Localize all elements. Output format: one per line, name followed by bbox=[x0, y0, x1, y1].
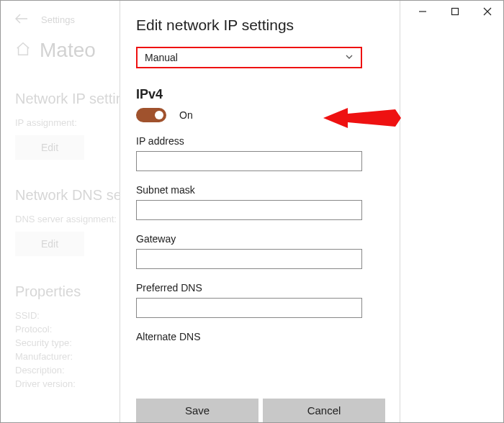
annotation-arrow-icon bbox=[323, 104, 402, 135]
edit-ip-button[interactable]: Edit bbox=[15, 135, 84, 160]
subnet-mask-input[interactable] bbox=[136, 200, 362, 220]
svg-marker-0 bbox=[323, 108, 401, 128]
home-icon bbox=[15, 39, 31, 62]
svg-rect-1 bbox=[451, 9, 458, 15]
ip-address-input[interactable] bbox=[136, 151, 362, 171]
alternate-dns-label: Alternate DNS bbox=[136, 331, 384, 342]
window-title: Settings bbox=[41, 14, 75, 25]
chevron-down-icon bbox=[345, 52, 354, 63]
close-button[interactable] bbox=[471, 1, 503, 22]
ip-address-label: IP address bbox=[136, 135, 384, 147]
cancel-button[interactable]: Cancel bbox=[263, 399, 385, 422]
preferred-dns-label: Preferred DNS bbox=[136, 282, 384, 294]
panel-title: Edit network IP settings bbox=[136, 17, 384, 34]
ipv4-header: IPv4 bbox=[136, 87, 384, 102]
ip-mode-dropdown[interactable]: Manual bbox=[136, 47, 362, 68]
gateway-input[interactable] bbox=[136, 249, 362, 269]
maximize-button[interactable] bbox=[438, 1, 471, 22]
preferred-dns-input[interactable] bbox=[136, 298, 362, 318]
subnet-mask-label: Subnet mask bbox=[136, 184, 384, 196]
back-icon[interactable] bbox=[15, 14, 28, 26]
minimize-button[interactable] bbox=[406, 1, 438, 22]
edit-ip-panel: Edit network IP settings Manual IPv4 On … bbox=[120, 1, 400, 422]
profile-name: Mateo bbox=[40, 39, 96, 62]
toggle-knob bbox=[155, 111, 163, 119]
edit-dns-button[interactable]: Edit bbox=[15, 232, 84, 256]
ip-mode-value: Manual bbox=[145, 52, 178, 63]
save-button[interactable]: Save bbox=[136, 399, 258, 422]
ipv4-toggle[interactable] bbox=[136, 108, 166, 122]
ipv4-toggle-state: On bbox=[179, 109, 193, 121]
gateway-label: Gateway bbox=[136, 233, 384, 245]
